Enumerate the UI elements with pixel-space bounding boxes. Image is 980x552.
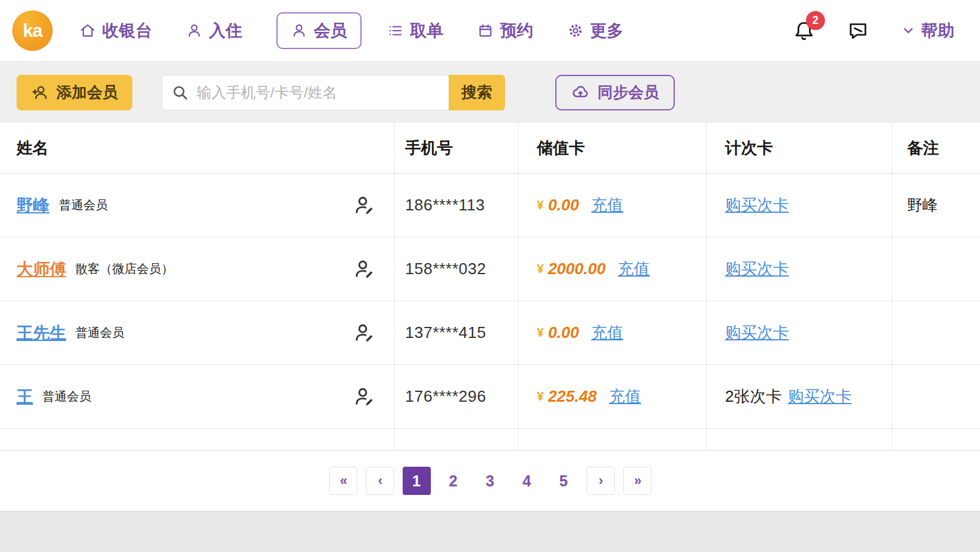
calendar-icon xyxy=(477,23,493,39)
nav-item-label: 入住 xyxy=(209,20,242,42)
member-type-label: 普通会员 xyxy=(75,324,124,341)
member-phone: 137****415 xyxy=(405,323,486,342)
nav-item-label: 取单 xyxy=(410,20,443,42)
edit-member-icon[interactable] xyxy=(354,259,374,280)
chevron-down-icon xyxy=(901,23,916,38)
search-icon xyxy=(171,83,189,102)
nav-item-label: 收银台 xyxy=(102,20,152,42)
search-input[interactable] xyxy=(196,83,440,102)
member-name-link[interactable]: 王 xyxy=(17,386,33,408)
member-phone: 186****113 xyxy=(405,196,485,215)
pagination-page-1[interactable]: 1 xyxy=(403,467,431,495)
currency-symbol: ¥ xyxy=(537,262,544,276)
nav-item-orders[interactable]: 取单 xyxy=(387,20,443,42)
stored-value-amount: 0.00 xyxy=(548,196,579,215)
members-table-header: 姓名 手机号 储值卡 计次卡 备注 xyxy=(0,123,980,174)
recharge-link[interactable]: 充值 xyxy=(591,322,623,343)
table-row: 王先生 普通会员 137****415 ¥ 0.00 充值 购买次卡 xyxy=(0,301,980,365)
pagination-first-button[interactable]: « xyxy=(329,467,357,495)
nav-item-members[interactable]: 会员 xyxy=(276,12,362,49)
messages-button[interactable] xyxy=(847,20,869,42)
nav-item-checkin[interactable]: 入住 xyxy=(186,20,242,42)
member-name-link[interactable]: 大师傅 xyxy=(17,258,66,280)
recharge-link[interactable]: 充值 xyxy=(618,258,650,280)
sync-members-label: 同步会员 xyxy=(598,82,659,102)
buy-times-card-link[interactable]: 购买次卡 xyxy=(725,194,789,216)
list-icon xyxy=(387,23,403,39)
search-box xyxy=(162,75,449,110)
topnav-right: 2 帮助 xyxy=(793,20,954,42)
currency-symbol: ¥ xyxy=(537,326,544,340)
buy-times-card-link[interactable]: 购买次卡 xyxy=(725,258,789,280)
member-note: 野峰 xyxy=(907,195,938,215)
member-type-label: 散客（微店会员） xyxy=(75,261,173,277)
member-phone: 158****032 xyxy=(405,259,486,278)
table-row-partial xyxy=(0,429,980,451)
sync-members-button[interactable]: 同步会员 xyxy=(555,75,675,110)
footer-strip xyxy=(0,511,980,552)
nav-item-label: 预约 xyxy=(500,20,533,42)
recharge-link[interactable]: 充值 xyxy=(591,194,623,216)
pagination-page-5[interactable]: 5 xyxy=(550,467,578,495)
pagination-prev-button[interactable]: ‹ xyxy=(366,467,394,495)
member-type-label: 普通会员 xyxy=(59,197,108,213)
person-icon xyxy=(291,23,307,39)
stored-value-amount: 225.48 xyxy=(548,387,597,406)
brand-logo[interactable]: ka xyxy=(12,10,53,51)
pagination: « ‹ 1 2 3 4 5 › » xyxy=(0,451,980,511)
buy-times-card-link[interactable]: 购买次卡 xyxy=(788,386,851,407)
add-member-label: 添加会员 xyxy=(56,82,118,102)
pagination-page-4[interactable]: 4 xyxy=(513,467,541,495)
nav-item-label: 会员 xyxy=(314,20,347,42)
member-name-link[interactable]: 王先生 xyxy=(17,322,66,344)
home-icon xyxy=(80,23,96,39)
help-menu[interactable]: 帮助 xyxy=(901,20,954,42)
add-member-button[interactable]: 添加会员 xyxy=(17,75,132,110)
stored-value-amount: 2000.00 xyxy=(548,259,606,278)
chat-icon xyxy=(847,20,869,42)
member-search: 搜索 xyxy=(162,75,505,110)
search-button[interactable]: 搜索 xyxy=(449,75,505,110)
pagination-last-button[interactable]: » xyxy=(623,467,651,495)
currency-symbol: ¥ xyxy=(537,198,544,212)
times-card-count: 2张次卡 xyxy=(725,386,781,407)
gear-icon xyxy=(568,23,583,39)
top-navigation: ka 收银台 入住 会员 取单 预约 更多 xyxy=(0,0,980,61)
recharge-link[interactable]: 充值 xyxy=(609,386,641,407)
table-row: 王 普通会员 176****296 ¥ 225.48 充值 2张次卡 购买次卡 xyxy=(0,365,980,429)
buy-times-card-link[interactable]: 购买次卡 xyxy=(725,322,789,343)
pagination-page-2[interactable]: 2 xyxy=(439,467,468,495)
table-row: 大师傅 散客（微店会员） 158****032 ¥ 2000.00 充值 购买次… xyxy=(0,237,980,301)
header-times-card: 计次卡 xyxy=(706,123,892,173)
nav-item-label: 更多 xyxy=(590,20,623,42)
pagination-next-button[interactable]: › xyxy=(587,467,615,495)
nav-item-cashier[interactable]: 收银台 xyxy=(80,20,152,42)
nav-item-more[interactable]: 更多 xyxy=(568,20,623,42)
header-phone: 手机号 xyxy=(394,123,518,173)
stored-value-amount: 0.00 xyxy=(548,323,579,342)
currency-symbol: ¥ xyxy=(537,389,544,404)
member-toolbar: 添加会员 搜索 同步会员 xyxy=(0,61,980,123)
header-stored-card: 储值卡 xyxy=(518,123,706,173)
header-name: 姓名 xyxy=(0,123,394,173)
help-label: 帮助 xyxy=(921,20,954,42)
member-name-link[interactable]: 野峰 xyxy=(17,194,50,217)
person-icon xyxy=(186,23,202,39)
nav-item-reservations[interactable]: 预约 xyxy=(477,20,533,42)
person-add-icon xyxy=(31,84,48,101)
header-note: 备注 xyxy=(892,123,980,173)
table-row: 野峰 普通会员 186****113 ¥ 0.00 充值 购买次卡 野峰 xyxy=(0,174,980,237)
edit-member-icon[interactable] xyxy=(354,386,374,407)
member-type-label: 普通会员 xyxy=(42,388,91,405)
edit-member-icon[interactable] xyxy=(354,323,374,343)
edit-member-icon[interactable] xyxy=(354,195,374,216)
notification-badge: 2 xyxy=(806,11,825,30)
pagination-page-3[interactable]: 3 xyxy=(476,467,504,495)
notifications-button[interactable]: 2 xyxy=(793,20,815,42)
member-phone: 176****296 xyxy=(405,387,486,406)
cloud-sync-icon xyxy=(571,83,590,102)
